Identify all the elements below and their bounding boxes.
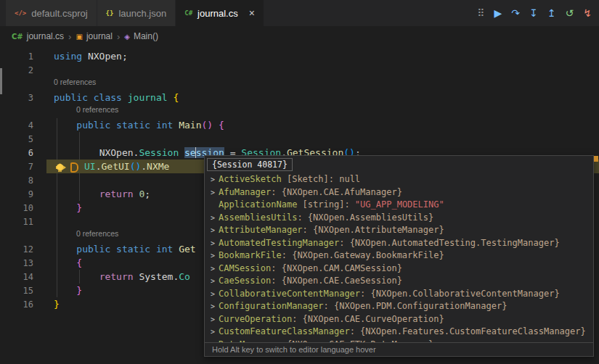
chevron-right-icon[interactable]: >: [207, 300, 219, 313]
property-separator: :: [282, 249, 292, 262]
code-token: }: [76, 202, 82, 213]
indent-spaces: [54, 120, 76, 131]
code-token: NXOpen: [88, 51, 122, 62]
debug-step-into-button[interactable]: ↧: [529, 8, 538, 18]
chevron-right-icon[interactable]: >: [207, 288, 219, 301]
line-number[interactable]: 16: [0, 298, 33, 312]
csproj-file-icon: </>: [15, 9, 26, 17]
tab-launch.json[interactable]: {}launch.json: [97, 0, 176, 26]
code-line-3[interactable]: 3public class journal {: [0, 91, 599, 104]
hover-row-CAMSession[interactable]: >CAMSession: {NXOpen.CAM.CAMSession}: [207, 262, 593, 276]
line-number[interactable]: 6: [0, 146, 33, 160]
chevron-right-icon[interactable]: >: [207, 249, 219, 262]
hover-row-AttributeManager[interactable]: >AttributeManager: {NXOpen.AttributeMana…: [207, 224, 593, 237]
code-token: int: [156, 244, 173, 255]
debug-continue-button[interactable]: ▶: [494, 8, 502, 18]
indent-spaces: [54, 202, 76, 213]
hover-row-ConfigurationManager[interactable]: >ConfigurationManager: {NXOpen.PDM.Confi…: [207, 300, 593, 313]
hover-row-CollaborativeContentManager[interactable]: >CollaborativeContentManager: {NXOpen.Co…: [207, 288, 593, 301]
code-token: public: [76, 120, 110, 131]
tab-close-icon[interactable]: ×: [249, 8, 255, 18]
lightbulb-icon[interactable]: [57, 164, 63, 170]
code-token: journal: [128, 92, 168, 103]
code-line-5[interactable]: 5: [0, 132, 599, 146]
code-token: static: [116, 120, 150, 131]
chevron-right-icon[interactable]: >: [207, 224, 219, 237]
hover-row-ActiveSketch[interactable]: >ActiveSketch [Sketch]: null: [207, 173, 593, 186]
code-line-2[interactable]: 2: [0, 63, 599, 77]
hover-row-ApplicationName[interactable]: ApplicationName [string]: "UG_APP_MODELI…: [207, 199, 593, 212]
method-symbol-icon: ◈: [124, 33, 130, 41]
property-separator: :: [271, 275, 281, 288]
chevron-right-icon[interactable]: >: [207, 212, 219, 225]
code-token: int: [156, 120, 173, 131]
code-token: (): [130, 161, 142, 172]
code-token: {: [219, 120, 224, 131]
line-number[interactable]: 1: [0, 50, 33, 64]
line-number[interactable]: 10: [0, 202, 33, 215]
property-name: AfuManager: [219, 186, 271, 199]
code-token: [82, 51, 88, 62]
hover-row-AfuManager[interactable]: >AfuManager: {NXOpen.CAE.AfuManager}: [207, 186, 593, 199]
indent-spaces: [54, 271, 99, 282]
chevron-right-icon[interactable]: >: [207, 237, 219, 250]
breadcrumb-item-journal.cs[interactable]: C#journal.cs: [12, 31, 64, 41]
hover-title: {Session 40817}: [207, 158, 293, 171]
breadcrumb-item-journal[interactable]: ▣journal: [76, 31, 112, 41]
line-number[interactable]: 2: [0, 64, 33, 78]
hover-row-AssembliesUtils[interactable]: >AssembliesUtils: {NXOpen.AssembliesUtil…: [207, 212, 593, 225]
line-number[interactable]: 4: [0, 119, 33, 133]
codelens-references[interactable]: 0 references: [76, 105, 118, 114]
code-line-1[interactable]: 1using NXOpen;: [0, 49, 599, 63]
chevron-right-icon[interactable]: >: [207, 313, 219, 326]
property-name: ApplicationName: [219, 199, 297, 212]
code-token: return: [99, 189, 134, 199]
line-number[interactable]: 11: [0, 215, 33, 229]
codelens-references[interactable]: 0 references: [76, 229, 118, 238]
hover-row-CaeSession[interactable]: >CaeSession: {NXOpen.CAE.CaeSession}: [207, 275, 593, 288]
hover-row-CustomFeatureClassManager[interactable]: >CustomFeatureClassManager: {NXOpen.Feat…: [207, 326, 593, 339]
code-text: UI.GetUI().NXMe: [84, 161, 169, 172]
code-token: Co: [179, 271, 190, 282]
line-number[interactable]: 13: [0, 257, 33, 270]
line-number[interactable]: 7: [0, 160, 33, 174]
chevron-right-icon[interactable]: >: [207, 275, 219, 288]
property-value: {NXOpen.CollaborativeContentManager}: [371, 288, 560, 301]
debug-step-out-button[interactable]: ↥: [547, 8, 556, 18]
hover-row-BookmarkFile[interactable]: >BookmarkFile: {NXOpen.Gateway.BookmarkF…: [207, 249, 593, 262]
tab-label: launch.json: [118, 8, 166, 19]
chevron-right-icon[interactable]: >: [207, 262, 219, 276]
tab-journal.cs[interactable]: C#journal.cs×: [176, 0, 264, 26]
property-value: "UG_APP_MODELING": [355, 199, 444, 212]
line-number[interactable]: 8: [0, 174, 33, 188]
hover-row-CurveOperation[interactable]: >CurveOperation: {NXOpen.CAE.CurveOperat…: [207, 313, 593, 326]
line-number[interactable]: 9: [0, 188, 33, 202]
property-separator: :: [271, 262, 281, 276]
line-number[interactable]: 15: [0, 284, 33, 298]
debug-step-over-button[interactable]: ↷: [511, 8, 520, 18]
code-token: public: [76, 244, 110, 255]
hover-row-AutomatedTestingManager[interactable]: >AutomatedTestingManager: {NXOpen.Automa…: [207, 237, 593, 250]
chevron-right-icon[interactable]: >: [207, 326, 219, 339]
chevron-right-icon[interactable]: >: [207, 173, 219, 186]
line-number[interactable]: 3: [0, 91, 33, 105]
code-line-4[interactable]: 4 public static int Main() {: [0, 118, 599, 132]
code-token: [150, 244, 156, 255]
toolbar-grip-icon[interactable]: ⠿: [477, 8, 484, 18]
code-token: se: [184, 147, 196, 158]
line-number[interactable]: 12: [0, 243, 33, 257]
tab-bar: </>default.csproj{}launch.jsonC#journal.…: [0, 0, 599, 26]
property-separator: :: [271, 186, 281, 199]
code-token: NXOpen: [99, 147, 134, 158]
code-token: ;: [122, 51, 128, 62]
hover-rows: >ActiveSketch [Sketch]: null>AfuManager:…: [205, 173, 593, 342]
code-token: }: [76, 285, 82, 296]
line-number[interactable]: 5: [0, 133, 33, 146]
debug-disconnect-button[interactable]: ↯: [583, 8, 592, 18]
codelens-references[interactable]: 0 references: [54, 78, 96, 86]
breadcrumb-item-Main()[interactable]: ◈Main(): [124, 31, 158, 41]
line-number[interactable]: 14: [0, 270, 33, 284]
chevron-right-icon[interactable]: >: [207, 186, 219, 199]
debug-restart-button[interactable]: ↺: [566, 8, 574, 18]
tab-default.csproj[interactable]: </>default.csproj: [6, 0, 97, 26]
